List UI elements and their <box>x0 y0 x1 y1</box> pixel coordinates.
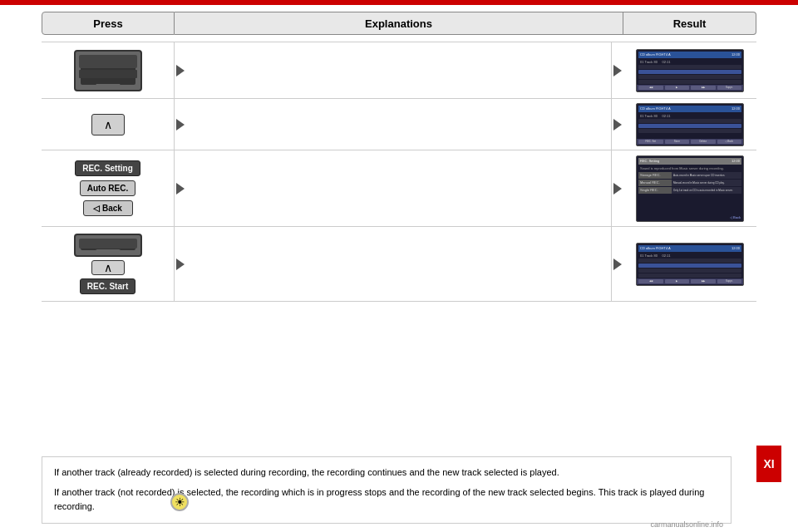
arrow-result-icon <box>613 183 622 195</box>
note-line2: If another track (not recorded) is selec… <box>54 485 719 515</box>
col-explanation-row4 <box>186 227 612 301</box>
cd-device-image <box>74 50 142 91</box>
arrow-row4 <box>175 227 186 301</box>
arrow-row3 <box>175 150 186 226</box>
watermark: carmanualsonline.info <box>650 520 723 529</box>
screen-row-active <box>638 264 741 268</box>
screen-header-3: CD album FIGHT4 A12:00 <box>638 245 741 252</box>
col-explanation-row1 <box>186 42 612 98</box>
col-result-row4: CD album FIGHT4 A12:00 01 Track 80 02:11… <box>623 227 756 301</box>
col-result-row3: REC. Setting12:00 Sound is reproduced fr… <box>623 150 756 226</box>
table-row: ∧ CD album FIGHT4 A12:00 01 Track 80 02:… <box>42 99 756 150</box>
header-explanations: Explanations <box>175 12 623 35</box>
col-press-row4: ∧ REC. Start <box>42 227 175 301</box>
rec-setting-button[interactable]: REC. Setting <box>75 160 140 176</box>
screen-row <box>638 273 741 278</box>
watermark-text: carmanualsonline.info <box>650 520 723 529</box>
screen-row-active <box>638 124 741 128</box>
arrow-result-icon <box>613 119 622 131</box>
screen-row <box>638 259 741 263</box>
result-label: Result <box>673 17 707 30</box>
auto-rec-button[interactable]: Auto REC. <box>80 180 135 196</box>
main-table: CD album FIGHT4 A12:00 01 Track 80 02:11… <box>42 42 756 424</box>
table-row: REC. Setting Auto REC. ◁ Back REC. Setti… <box>42 150 756 227</box>
arrow-icon <box>176 119 185 131</box>
screen-footer-3: ◀◀▶▶▶Suppr. <box>637 278 743 284</box>
arrow-result-row2 <box>612 99 623 150</box>
screen-row-active <box>638 70 741 74</box>
col-press-row1 <box>42 42 175 98</box>
table-row: ∧ REC. Start CD album FIGHT4 A12:00 01 T… <box>42 227 756 302</box>
header-result: Result <box>623 12 756 35</box>
explanations-label: Explanations <box>365 17 432 30</box>
note-icon: ☀ <box>170 493 189 511</box>
rec-screen-header: REC. Setting12:00 <box>638 158 741 165</box>
back-button[interactable]: ◁ Back <box>83 200 133 216</box>
rec-desc: Sound is reproduced from Music server du… <box>638 166 741 170</box>
col-press-row2: ∧ <box>42 99 175 150</box>
arrow-result-row1 <box>612 42 623 98</box>
back-label: ◁ Back <box>93 204 122 213</box>
screen-row <box>638 129 741 133</box>
arrow-row2 <box>175 99 186 150</box>
note-line1: If another track (already recorded) is s… <box>54 466 719 480</box>
col-explanation-row2 <box>186 99 612 150</box>
screen-row <box>638 268 741 273</box>
arrow-result-icon <box>613 65 622 76</box>
screen-row <box>638 80 741 84</box>
arrow-icon <box>176 65 185 76</box>
auto-rec-label: Auto REC. <box>87 184 128 193</box>
cd-device-image-2 <box>74 234 142 257</box>
screen-header-2: CD album FIGHT4 A12:00 <box>638 106 741 112</box>
rec-start-label: REC. Start <box>87 282 128 291</box>
screen-row <box>638 75 741 79</box>
screen-footer-2: REC. SetStoreDelete◁ Back <box>637 139 743 145</box>
header-row: Press Explanations Result <box>42 12 756 35</box>
col-press-row3: REC. Setting Auto REC. ◁ Back <box>42 150 175 226</box>
rec-setting-screen: REC. Setting12:00 Sound is reproduced fr… <box>636 155 744 222</box>
col-result-row1: CD album FIGHT4 A12:00 01 Track 80 02:11… <box>623 42 756 98</box>
col-result-row2: CD album FIGHT4 A12:00 01 Track 80 02:11… <box>623 99 756 150</box>
screen-row <box>638 119 741 123</box>
up-button[interactable]: ∧ <box>91 114 125 135</box>
up-button-2[interactable]: ∧ <box>91 260 125 275</box>
arrow-icon <box>176 259 185 270</box>
xi-badge: XI <box>756 446 781 482</box>
rec-row3: Single REC. Only 1st track on CD is auto… <box>638 187 741 194</box>
rec-start-button[interactable]: REC. Start <box>80 278 135 294</box>
rec-row2: Manual REC. Manual-record in Music serve… <box>638 180 741 186</box>
arrow-icon <box>176 183 185 195</box>
header-press: Press <box>42 12 175 35</box>
screen-header-1: CD album FIGHT4 A12:00 <box>638 52 741 58</box>
press-label: Press <box>93 17 122 30</box>
arrow-result-icon <box>613 259 622 270</box>
rec-setting-label: REC. Setting <box>82 164 133 173</box>
screen-row <box>638 65 741 69</box>
col-explanation-row3 <box>186 150 612 226</box>
rec-row1: Storage REC. Auto-record in Music server… <box>638 172 741 179</box>
screen-thumbnail-3: CD album FIGHT4 A12:00 01 Track 80 02:11… <box>636 243 744 286</box>
table-row: CD album FIGHT4 A12:00 01 Track 80 02:11… <box>42 42 756 99</box>
top-red-bar <box>0 0 798 5</box>
note-box: If another track (already recorded) is s… <box>42 456 732 524</box>
screen-footer-1: ◀◀▶▶▶Suppr. <box>637 85 743 91</box>
arrow-result-row3 <box>612 150 623 226</box>
arrow-row1 <box>175 42 186 98</box>
xi-label: XI <box>763 457 774 470</box>
screen-thumbnail-2: CD album FIGHT4 A12:00 01 Track 80 02:11… <box>636 103 744 146</box>
arrow-result-row4 <box>612 227 623 301</box>
rec-back-link: ◁ Back <box>727 214 743 221</box>
screen-thumbnail-1: CD album FIGHT4 A12:00 01 Track 80 02:11… <box>636 49 744 92</box>
